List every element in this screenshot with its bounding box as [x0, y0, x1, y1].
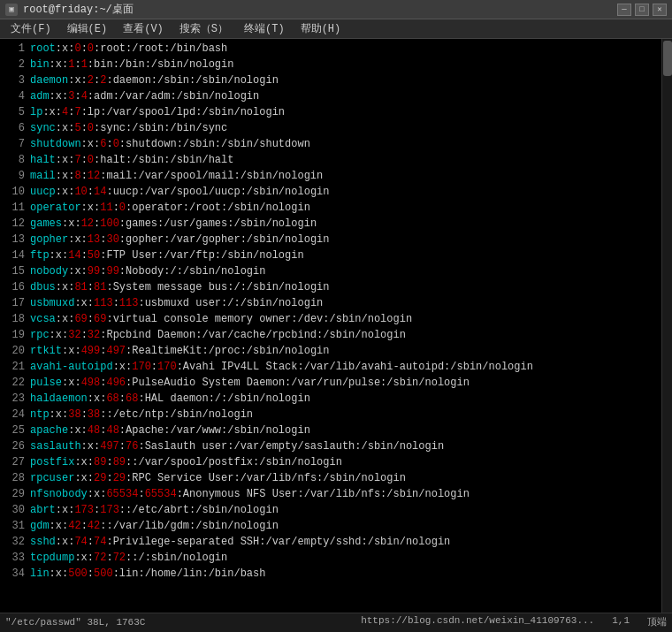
line-content: games:x:12:100:games:/usr/games:/sbin/no…	[30, 216, 317, 232]
table-row: 6sync:x:5:0:sync:/sbin:/bin/sync	[4, 120, 668, 136]
table-row: 20rtkit:x:499:497:RealtimeKit:/proc:/sbi…	[4, 343, 668, 359]
minimize-button[interactable]: ─	[617, 4, 631, 16]
line-content: rtkit:x:499:497:RealtimeKit:/proc:/sbin/…	[30, 343, 329, 359]
close-button[interactable]: ✕	[653, 4, 667, 16]
line-number: 23	[4, 391, 25, 407]
table-row: 18vcsa:x:69:69:virtual console memory ow…	[4, 311, 668, 327]
line-content: adm:x:3:4:adm:/var/adm:/sbin/nologin	[30, 88, 259, 104]
line-number: 30	[4, 502, 25, 518]
table-row: 21avahi-autoipd:x:170:170:Avahi IPv4LL S…	[4, 359, 668, 375]
line-number: 4	[4, 88, 25, 104]
menu-item[interactable]: 帮助(H)	[294, 19, 348, 38]
table-row: 1root:x:0:0:root:/root:/bin/bash	[4, 41, 668, 57]
table-row: 29nfsnobody:x:65534:65534:Anonymous NFS …	[4, 486, 668, 502]
line-number: 34	[4, 566, 25, 582]
line-content: bin:x:1:1:bin:/bin:/sbin/nologin	[30, 57, 233, 72]
table-row: 7shutdown:x:6:0:shutdown:/sbin:/sbin/shu…	[4, 136, 668, 152]
line-number: 16	[4, 279, 25, 295]
table-row: 31gdm:x:42:42::/var/lib/gdm:/sbin/nologi…	[4, 518, 668, 534]
line-content: lin:x:500:500:lin:/home/lin:/bin/bash	[30, 566, 265, 582]
line-number: 25	[4, 423, 25, 438]
table-row: 11operator:x:11:0:operator:/root:/sbin/n…	[4, 200, 668, 216]
line-number: 22	[4, 375, 25, 391]
table-row: 5lp:x:4:7:lp:/var/spool/lpd:/sbin/nologi…	[4, 104, 668, 120]
line-content: pulse:x:498:496:PulseAudio System Daemon…	[30, 375, 470, 391]
line-content: usbmuxd:x:113:113:usbmuxd user:/:/sbin/n…	[30, 295, 323, 311]
menu-item[interactable]: 搜索（S）	[172, 19, 235, 38]
menu-item[interactable]: 终端(T)	[237, 19, 292, 38]
line-number: 11	[4, 200, 25, 216]
line-number: 31	[4, 518, 25, 534]
terminal-icon: ▣	[5, 4, 18, 16]
maximize-button[interactable]: □	[635, 4, 649, 16]
line-number: 9	[4, 168, 25, 184]
line-number: 29	[4, 486, 25, 502]
line-number: 17	[4, 295, 25, 311]
table-row: 14ftp:x:14:50:FTP User:/var/ftp:/sbin/no…	[4, 247, 668, 263]
line-number: 27	[4, 454, 25, 470]
table-row: 2bin:x:1:1:bin:/bin:/sbin/nologin	[4, 57, 668, 72]
line-content: lp:x:4:7:lp:/var/spool/lpd:/sbin/nologin	[30, 104, 285, 120]
scrollbar-thumb[interactable]	[663, 41, 672, 76]
line-number: 10	[4, 184, 25, 200]
line-number: 12	[4, 216, 25, 232]
terminal: 1root:x:0:0:root:/root:/bin/bash2bin:x:1…	[0, 39, 672, 613]
line-number: 28	[4, 470, 25, 486]
line-number: 13	[4, 232, 25, 247]
line-content: mail:x:8:12:mail:/var/spool/mail:/sbin/n…	[30, 168, 323, 184]
line-content: tcpdump:x:72:72::/:sbin/nologin	[30, 550, 227, 566]
line-content: sync:x:5:0:sync:/sbin:/bin/sync	[30, 120, 227, 136]
line-content: daemon:x:2:2:daemon:/sbin:/sbin/nologin	[30, 72, 279, 88]
menu-item[interactable]: 查看(V)	[116, 19, 171, 38]
line-number: 8	[4, 152, 25, 168]
line-content: shutdown:x:6:0:shutdown:/sbin:/sbin/shut…	[30, 136, 310, 152]
line-content: ntp:x:38:38::/etc/ntp:/sbin/nologin	[30, 407, 253, 423]
menu-item[interactable]: 编辑(E)	[60, 19, 115, 38]
line-number: 6	[4, 120, 25, 136]
table-row: 15nobody:x:99:99:Nobody:/:/sbin/nologin	[4, 263, 668, 279]
table-row: 25apache:x:48:48:Apache:/var/www:/sbin/n…	[4, 423, 668, 438]
scrollbar[interactable]	[661, 39, 672, 613]
line-content: operator:x:11:0:operator:/root:/sbin/nol…	[30, 200, 310, 216]
table-row: 17usbmuxd:x:113:113:usbmuxd user:/:/sbin…	[4, 295, 668, 311]
table-row: 32sshd:x:74:74:Privilege-separated SSH:/…	[4, 534, 668, 550]
status-cursor: 1,1	[612, 615, 630, 628]
table-row: 33tcpdump:x:72:72::/:sbin/nologin	[4, 550, 668, 566]
line-content: ftp:x:14:50:FTP User:/var/ftp:/sbin/nolo…	[30, 247, 304, 263]
table-row: 23haldaemon:x:68:68:HAL daemon:/:/sbin/n…	[4, 391, 668, 407]
menu-bar: 文件(F)编辑(E)查看(V)搜索（S）终端(T)帮助(H)	[0, 19, 672, 39]
line-number: 26	[4, 438, 25, 454]
status-url: https://blog.csdn.net/weixin_41109763...	[361, 615, 594, 628]
table-row: 4adm:x:3:4:adm:/var/adm:/sbin/nologin	[4, 88, 668, 104]
line-number: 32	[4, 534, 25, 550]
line-content: rpc:x:32:32:Rpcbind Daemon:/var/cache/rp…	[30, 327, 406, 343]
line-number: 1	[4, 41, 25, 57]
line-number: 24	[4, 407, 25, 423]
status-position: 顶端	[647, 615, 667, 628]
line-number: 2	[4, 57, 25, 72]
line-content: nfsnobody:x:65534:65534:Anonymous NFS Us…	[30, 486, 470, 502]
line-content: saslauth:x:497:76:Saslauth user:/var/emp…	[30, 438, 444, 454]
line-content: halt:x:7:0:halt:/sbin:/sbin/halt	[30, 152, 233, 168]
table-row: 28rpcuser:x:29:29:RPC Service User:/var/…	[4, 470, 668, 486]
status-bar: "/etc/passwd" 38L, 1763C https://blog.cs…	[0, 613, 672, 630]
menu-item[interactable]: 文件(F)	[4, 19, 58, 38]
window-title: root@friday:~/桌面	[23, 2, 134, 17]
line-content: haldaemon:x:68:68:HAL daemon:/:/sbin/nol…	[30, 391, 310, 407]
line-number: 19	[4, 327, 25, 343]
line-content: dbus:x:81:81:System message bus:/:/sbin/…	[30, 279, 329, 295]
line-content: nobody:x:99:99:Nobody:/:/sbin/nologin	[30, 263, 265, 279]
line-content: avahi-autoipd:x:170:170:Avahi IPv4LL Sta…	[30, 359, 533, 375]
line-number: 14	[4, 247, 25, 263]
line-number: 5	[4, 104, 25, 120]
line-number: 21	[4, 359, 25, 375]
line-content: root:x:0:0:root:/root:/bin/bash	[30, 41, 227, 57]
line-content: postfix:x:89:89::/var/spool/postfix:/sbi…	[30, 454, 342, 470]
terminal-content: 1root:x:0:0:root:/root:/bin/bash2bin:x:1…	[4, 41, 668, 593]
table-row: 3daemon:x:2:2:daemon:/sbin:/sbin/nologin	[4, 72, 668, 88]
table-row: 8halt:x:7:0:halt:/sbin:/sbin/halt	[4, 152, 668, 168]
line-content: vcsa:x:69:69:virtual console memory owne…	[30, 311, 412, 327]
table-row: 30abrt:x:173:173::/etc/abrt:/sbin/nologi…	[4, 502, 668, 518]
table-row: 13gopher:x:13:30:gopher:/var/gopher:/sbi…	[4, 232, 668, 247]
line-number: 33	[4, 550, 25, 566]
